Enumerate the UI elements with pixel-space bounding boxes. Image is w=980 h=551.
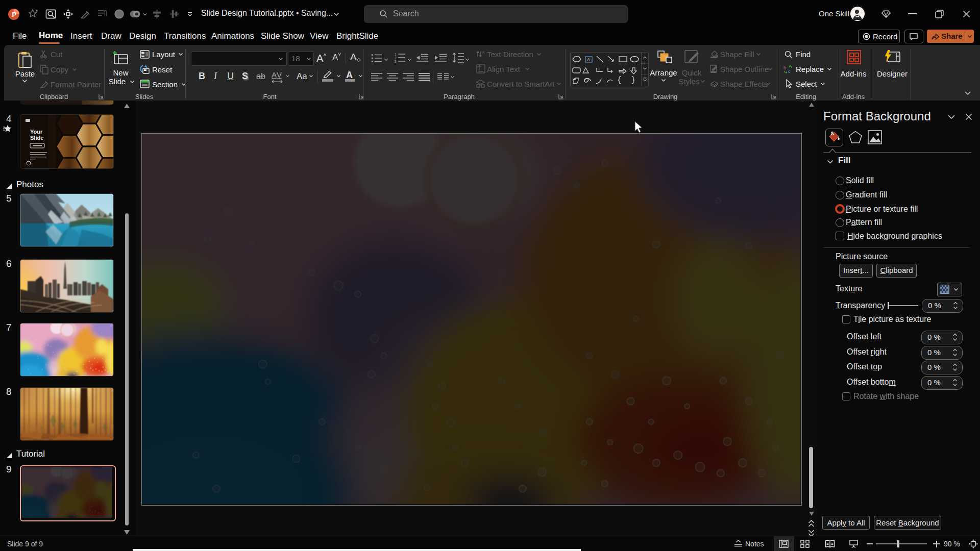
- svg-text:c: c: [788, 69, 791, 74]
- svg-text:Your: Your: [30, 129, 43, 135]
- svg-text:Slide: Slide: [30, 135, 43, 141]
- svg-text:A: A: [482, 50, 485, 55]
- svg-text:1: 1: [395, 53, 397, 56]
- svg-text:P: P: [12, 11, 17, 18]
- svg-text:b: b: [783, 65, 786, 70]
- svg-text:2: 2: [395, 56, 397, 60]
- svg-text:A: A: [587, 57, 590, 62]
- svg-text:3: 3: [395, 60, 397, 63]
